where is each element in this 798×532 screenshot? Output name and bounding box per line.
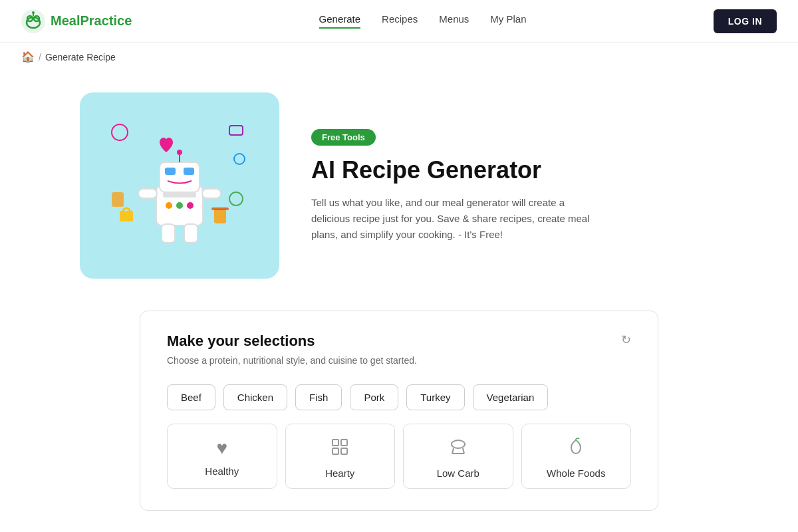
- breadcrumb: 🏠 / Generate Recipe: [0, 43, 798, 71]
- svg-rect-13: [165, 168, 176, 175]
- nav-menus[interactable]: Menus: [439, 13, 469, 29]
- svg-rect-7: [229, 126, 243, 135]
- login-button[interactable]: LOG IN: [714, 9, 777, 33]
- svg-rect-22: [202, 189, 221, 198]
- svg-rect-12: [160, 162, 200, 192]
- svg-point-16: [166, 202, 172, 209]
- navbar: MealPractice Generate Recipes Menus My P…: [0, 0, 798, 43]
- selections-subtitle: Choose a protein, nutritional style, and…: [167, 355, 631, 366]
- wholefoods-icon: [567, 438, 585, 461]
- logo-link[interactable]: MealPractice: [21, 9, 132, 33]
- svg-point-6: [112, 124, 128, 140]
- svg-line-34: [463, 448, 464, 454]
- svg-rect-23: [162, 224, 175, 243]
- protein-vegetarian[interactable]: Vegetarian: [473, 384, 549, 410]
- svg-point-18: [187, 202, 194, 209]
- svg-line-33: [452, 448, 454, 454]
- style-hearty[interactable]: Hearty: [285, 424, 396, 489]
- hero-section: Free Tools AI Recipe Generator Tell us w…: [0, 71, 798, 311]
- svg-point-20: [177, 150, 182, 155]
- free-tools-badge: Free Tools: [311, 129, 376, 146]
- svg-rect-15: [163, 192, 196, 198]
- nav-generate[interactable]: Generate: [319, 13, 361, 29]
- svg-rect-29: [341, 440, 347, 446]
- style-wholefoods-label: Whole Foods: [547, 467, 605, 479]
- style-grid: ♥ Healthy Hearty: [167, 424, 631, 489]
- selections-header: Make your selections ↻: [167, 332, 631, 350]
- svg-rect-25: [214, 209, 226, 223]
- nav-recipes[interactable]: Recipes: [382, 13, 418, 29]
- protein-chicken[interactable]: Chicken: [223, 384, 287, 410]
- refresh-icon[interactable]: ↻: [621, 332, 631, 347]
- hero-image: [80, 92, 279, 279]
- breadcrumb-separator: /: [39, 52, 41, 63]
- robot-illustration: [100, 106, 259, 265]
- protein-grid: Beef Chicken Fish Pork Turkey Vegetarian: [167, 384, 631, 410]
- protein-beef[interactable]: Beef: [167, 384, 215, 410]
- nav-myplan[interactable]: My Plan: [490, 13, 526, 29]
- svg-rect-24: [184, 224, 198, 243]
- home-icon[interactable]: 🏠: [21, 51, 35, 63]
- svg-rect-9: [112, 192, 124, 207]
- svg-rect-27: [120, 211, 133, 221]
- style-hearty-label: Hearty: [325, 467, 354, 479]
- svg-rect-14: [184, 168, 194, 175]
- svg-rect-31: [341, 448, 347, 454]
- hearty-icon: [331, 438, 349, 461]
- logo-text: MealPractice: [51, 13, 132, 29]
- svg-point-5: [32, 11, 35, 14]
- protein-turkey[interactable]: Turkey: [406, 384, 464, 410]
- hero-content: Free Tools AI Recipe Generator Tell us w…: [311, 129, 718, 243]
- svg-point-10: [229, 192, 243, 205]
- style-lowcarb-label: Low Carb: [437, 467, 479, 479]
- svg-rect-30: [332, 448, 338, 454]
- svg-rect-28: [332, 440, 338, 446]
- selections-title: Make your selections: [167, 332, 315, 350]
- selections-container: Make your selections ↻ Choose a protein,…: [140, 311, 658, 511]
- hero-title: AI Recipe Generator: [311, 156, 718, 184]
- hero-description: Tell us what you like, and our meal gene…: [311, 195, 591, 243]
- style-healthy[interactable]: ♥ Healthy: [167, 424, 277, 489]
- svg-point-32: [452, 440, 465, 448]
- style-healthy-label: Healthy: [205, 466, 239, 477]
- nav-links: Generate Recipes Menus My Plan: [319, 13, 527, 29]
- svg-rect-26: [211, 207, 229, 210]
- protein-fish[interactable]: Fish: [295, 384, 342, 410]
- breadcrumb-current: Generate Recipe: [45, 52, 116, 63]
- healthy-icon: ♥: [216, 438, 227, 459]
- svg-point-17: [176, 202, 183, 209]
- svg-point-8: [234, 154, 245, 164]
- style-lowcarb[interactable]: Low Carb: [403, 424, 513, 489]
- lowcarb-icon: [448, 438, 468, 461]
- style-wholefoods[interactable]: Whole Foods: [521, 424, 632, 489]
- protein-pork[interactable]: Pork: [350, 384, 398, 410]
- svg-rect-21: [138, 189, 157, 198]
- logo-icon: [21, 9, 45, 33]
